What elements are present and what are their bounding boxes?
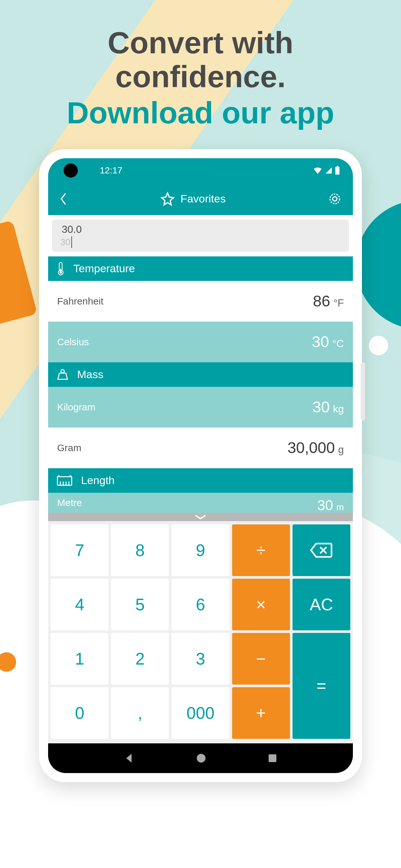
row-gram[interactable]: Gram 30,000 g: [48, 428, 353, 468]
row-metre[interactable]: Metre 30 m: [48, 493, 353, 513]
key-9[interactable]: 9: [172, 524, 229, 576]
row-fahrenheit[interactable]: Fahrenheit 86 °F: [48, 281, 353, 321]
signal-icon: [325, 166, 333, 175]
key-6[interactable]: 6: [172, 579, 229, 630]
row-unit: m: [336, 502, 344, 513]
star-icon: [160, 192, 175, 206]
input-cursor: [71, 237, 72, 248]
svg-point-6: [59, 271, 62, 274]
key-1[interactable]: 1: [51, 633, 109, 685]
key-minus[interactable]: −: [232, 633, 290, 685]
keypad: 7 8 9 ÷ 4 5 6 × AC 1 2 3 − = 0 , 000 +: [48, 521, 353, 743]
key-5[interactable]: 5: [111, 579, 169, 630]
row-unit: °F: [334, 297, 344, 309]
keypad-collapse-bar[interactable]: [48, 513, 353, 521]
wifi-icon: [313, 166, 322, 175]
key-4[interactable]: 4: [51, 579, 109, 630]
input-placeholder: 30: [60, 237, 70, 247]
hero-text: Convert with confidence. Download our ap…: [0, 0, 401, 130]
key-plus[interactable]: +: [232, 687, 290, 739]
key-7[interactable]: 7: [51, 524, 109, 576]
key-equals[interactable]: =: [292, 633, 350, 739]
input-area: 30 30.0: [48, 215, 353, 256]
app-bar-title-group[interactable]: Favorites: [67, 192, 319, 206]
svg-rect-0: [336, 166, 338, 167]
section-temperature-header[interactable]: Temperature: [48, 256, 353, 281]
row-label: Kilogram: [57, 402, 95, 413]
status-icons: [313, 166, 340, 175]
back-icon[interactable]: [60, 192, 67, 206]
row-label: Fahrenheit: [57, 296, 103, 307]
section-length-title: Length: [81, 474, 115, 487]
nav-back-icon[interactable]: [123, 752, 135, 764]
row-value: 30: [317, 497, 333, 513]
svg-rect-1: [335, 166, 340, 175]
phone-frame: 12:17 Favorites 30 30.0: [39, 149, 362, 782]
row-value: 30,000: [287, 439, 335, 457]
row-value: 30: [312, 333, 329, 351]
status-time: 12:17: [100, 165, 122, 176]
section-mass-title: Mass: [77, 368, 103, 381]
key-2[interactable]: 2: [111, 633, 169, 685]
key-divide[interactable]: ÷: [232, 524, 290, 576]
svg-point-9: [197, 754, 205, 763]
svg-point-3: [333, 197, 337, 201]
key-comma[interactable]: ,: [111, 687, 169, 739]
key-0[interactable]: 0: [51, 687, 109, 739]
nav-home-icon[interactable]: [195, 752, 207, 764]
hero-line-1: Convert with: [0, 26, 401, 60]
key-ac[interactable]: AC: [292, 579, 350, 630]
android-nav-bar: [48, 743, 353, 773]
row-value: 86: [313, 292, 330, 310]
row-label: Celsius: [57, 337, 89, 347]
hero-line-2: confidence.: [0, 60, 401, 94]
svg-rect-10: [269, 754, 276, 762]
app-bar-title: Favorites: [181, 192, 226, 205]
svg-point-2: [330, 194, 340, 204]
status-bar: 12:17: [48, 158, 353, 183]
row-unit: kg: [333, 403, 344, 415]
ruler-icon: [57, 475, 73, 486]
hero-line-3: Download our app: [0, 96, 401, 130]
row-label: Metre: [57, 497, 82, 508]
row-kilogram[interactable]: Kilogram 30 kg: [48, 387, 353, 428]
key-8[interactable]: 8: [111, 524, 169, 576]
row-unit: g: [338, 444, 344, 456]
row-celsius[interactable]: Celsius 30 °C: [48, 321, 353, 362]
thermometer-icon: [57, 262, 65, 275]
svg-point-8: [61, 369, 64, 373]
row-label: Gram: [57, 442, 81, 454]
battery-icon: [335, 166, 340, 175]
camera-hole: [64, 163, 78, 178]
key-3[interactable]: 3: [172, 633, 229, 685]
backspace-icon: [310, 542, 333, 558]
row-value: 30: [312, 398, 330, 416]
section-mass-header[interactable]: Mass: [48, 362, 353, 387]
row-unit: °C: [332, 338, 344, 350]
key-backspace[interactable]: [292, 524, 350, 576]
section-length-header[interactable]: Length: [48, 468, 353, 493]
weight-icon: [57, 369, 69, 380]
chevron-down-icon: [193, 514, 208, 520]
key-000[interactable]: 000: [172, 687, 229, 739]
nav-recent-icon[interactable]: [267, 753, 278, 764]
key-multiply[interactable]: ×: [232, 579, 290, 630]
app-bar: Favorites: [48, 183, 353, 215]
input-field[interactable]: 30 30.0: [52, 220, 349, 252]
gear-icon[interactable]: [328, 192, 341, 206]
section-temperature-title: Temperature: [73, 262, 135, 275]
input-display-value: 30.0: [62, 223, 82, 236]
